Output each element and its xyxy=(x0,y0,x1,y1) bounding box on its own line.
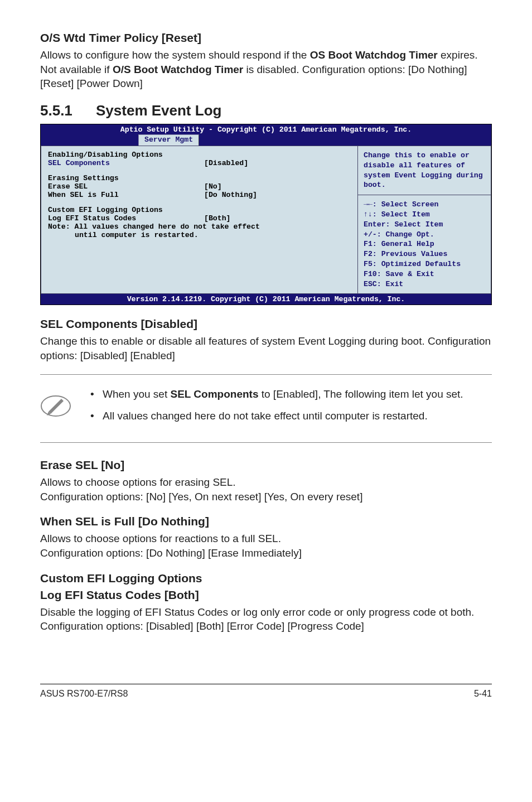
footer-product: ASUS RS700-E7/RS8 xyxy=(40,689,128,699)
sel-components-desc: Change this to enable or disable all fea… xyxy=(40,334,492,363)
when-sel-full-title: When SEL is Full [Do Nothing] xyxy=(40,515,492,528)
bios-value: [Disabled] xyxy=(204,159,248,167)
erase-sel-title: Erase SEL [No] xyxy=(40,458,492,472)
section-name: System Event Log xyxy=(96,102,221,119)
bios-footer: Version 2.14.1219. Copyright (C) 2011 Am… xyxy=(41,294,491,305)
bios-note-line: until computer is restarted. xyxy=(48,231,351,239)
bios-tab-server-mgmt: Server Mgmt xyxy=(138,134,199,146)
bios-group-heading: Custom EFI Logging Options xyxy=(48,206,351,214)
bios-value: [No] xyxy=(204,182,222,191)
bios-nav-line: ESC: Exit xyxy=(364,279,485,289)
bios-left-pane: Enabling/Disabling Options SEL Component… xyxy=(41,146,357,294)
when-sel-full-desc: Allows to choose options for reactions t… xyxy=(40,532,492,560)
log-efi-title: Log EFI Status Codes [Both] xyxy=(40,588,492,602)
bios-title-text: Aptio Setup Utility - Copyright (C) 2011… xyxy=(41,125,491,135)
bios-nav-help: →←: Select Screen ↑↓: Select Item Enter:… xyxy=(357,195,491,294)
bios-nav-line: F2: Previous Values xyxy=(364,249,485,259)
bios-help-text: Change this to enable or disable all fea… xyxy=(357,146,491,195)
footer-page-num: 5-41 xyxy=(474,689,492,699)
bios-nav-line: →←: Select Screen xyxy=(364,200,485,210)
text-bold: SEL Components xyxy=(170,388,258,400)
text-bold: OS Boot Watchdog Timer xyxy=(310,49,438,61)
erase-sel-desc: Allows to choose options for erasing SEL… xyxy=(40,475,492,504)
text-frag: to [Enabled], The following item let you… xyxy=(258,388,463,400)
bios-note-line: Note: All values changed here do not tak… xyxy=(48,223,351,231)
bios-group-heading: Erasing Settings xyxy=(48,174,351,182)
os-wtd-title: O/S Wtd Timer Policy [Reset] xyxy=(40,31,492,45)
bios-item-log-efi: Log EFI Status Codes xyxy=(48,214,204,223)
bios-value: [Both] xyxy=(204,214,230,223)
text-bold: O/S Boot Watchdog Timer xyxy=(113,64,243,75)
text-frag: Allows to configure how the system shoul… xyxy=(40,49,310,61)
section-title: 5.5.1System Event Log xyxy=(40,102,492,119)
bios-nav-line: F5: Optimized Defaults xyxy=(364,259,485,269)
note-item: All values changed here do not take effe… xyxy=(87,409,463,423)
os-wtd-desc: Allows to configure how the system shoul… xyxy=(40,48,492,91)
bios-nav-line: +/-: Change Opt. xyxy=(364,230,485,240)
bios-titlebar: Aptio Setup Utility - Copyright (C) 2011… xyxy=(41,124,491,146)
bios-item-erase-sel: Erase SEL xyxy=(48,182,204,191)
bios-value: [Do Nothing] xyxy=(204,191,257,199)
bios-screenshot: Aptio Setup Utility - Copyright (C) 2011… xyxy=(40,124,492,306)
section-num: 5.5.1 xyxy=(40,102,96,119)
bios-nav-line: F1: General Help xyxy=(364,239,485,249)
pencil-icon xyxy=(40,390,71,422)
text-frag: When you set xyxy=(103,388,170,400)
note-box: When you set SEL Components to [Enabled]… xyxy=(40,374,492,443)
log-efi-desc: Disable the logging of EFI Status Codes … xyxy=(40,605,492,634)
sel-components-title: SEL Components [Disabled] xyxy=(40,317,492,331)
bios-nav-line: ↑↓: Select Item xyxy=(364,210,485,220)
custom-efi-title: Custom EFI Logging Options xyxy=(40,572,492,585)
bios-tab-row: Server Mgmt xyxy=(41,134,491,146)
bios-item-when-sel-full: When SEL is Full xyxy=(48,191,204,199)
bios-nav-line: Enter: Select Item xyxy=(364,220,485,230)
note-item: When you set SEL Components to [Enabled]… xyxy=(87,387,463,402)
page-footer: ASUS RS700-E7/RS8 5-41 xyxy=(40,684,492,699)
bios-group-heading: Enabling/Disabling Options xyxy=(48,151,351,159)
bios-item-sel-components: SEL Components xyxy=(48,159,204,167)
bios-nav-line: F10: Save & Exit xyxy=(364,269,485,279)
